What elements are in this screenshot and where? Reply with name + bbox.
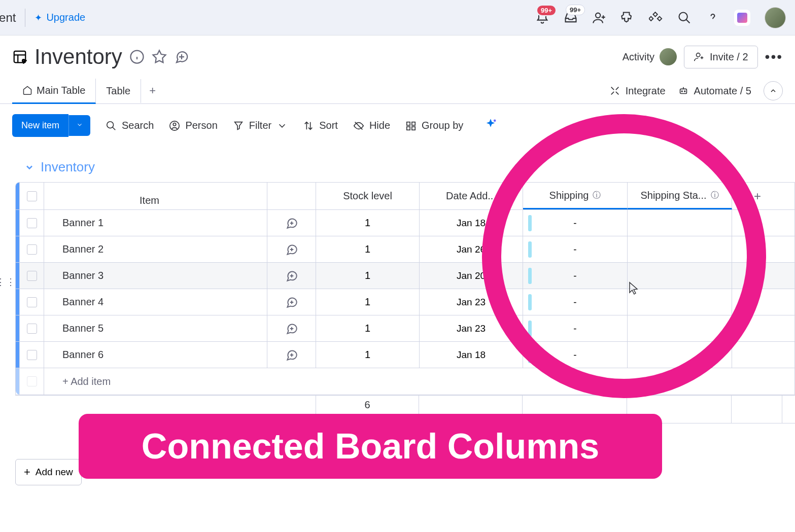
stock-cell[interactable]: 1 xyxy=(316,342,420,368)
stock-cell[interactable]: 1 xyxy=(316,289,420,315)
item-name-cell[interactable]: Banner 2 xyxy=(44,236,267,262)
add-update-icon[interactable] xyxy=(267,263,316,289)
shipping-status-cell[interactable] xyxy=(628,263,732,289)
shipping-status-cell[interactable] xyxy=(628,289,732,315)
item-name-cell[interactable]: Banner 5 xyxy=(44,315,267,341)
info-icon: ⓘ xyxy=(593,190,601,201)
person-label: Person xyxy=(185,120,217,131)
ai-icon[interactable] xyxy=(483,118,498,134)
activity-button[interactable]: Activity xyxy=(623,48,677,65)
group-title[interactable]: Inventory xyxy=(41,159,95,175)
date-cell[interactable]: Jan 20 xyxy=(420,263,523,289)
sparkle-icon: ✦ xyxy=(34,12,42,23)
row-checkbox[interactable] xyxy=(20,289,44,315)
apps-icon[interactable] xyxy=(620,11,635,25)
date-cell[interactable]: Jan 18 xyxy=(420,342,523,368)
new-item-dropdown[interactable] xyxy=(68,115,90,136)
integrate-button[interactable]: Integrate xyxy=(609,85,666,97)
item-name-cell[interactable]: Banner 3 xyxy=(44,263,267,289)
svg-point-11 xyxy=(174,123,177,126)
column-header-item[interactable]: Item xyxy=(44,183,267,209)
invite-button[interactable]: Invite / 2 xyxy=(684,46,758,68)
tab-main-table[interactable]: Main Table xyxy=(12,79,96,104)
group-color-bar xyxy=(16,183,20,209)
row-checkbox[interactable] xyxy=(20,236,44,262)
activity-label: Activity xyxy=(623,51,654,63)
shipping-cell[interactable]: - xyxy=(523,342,628,368)
notifications-icon[interactable]: 99+ xyxy=(535,11,549,25)
hide-button[interactable]: Hide xyxy=(353,120,390,131)
date-cell[interactable]: Jan 26 xyxy=(420,236,523,262)
stock-cell[interactable]: 1 xyxy=(316,263,420,289)
table-row: Banner 1 1 Jan 18 - xyxy=(16,210,794,236)
shipping-status-cell[interactable] xyxy=(628,236,732,262)
group-header[interactable]: Inventory xyxy=(0,147,795,182)
shipping-status-cell[interactable] xyxy=(628,342,732,368)
filter-button[interactable]: Filter xyxy=(233,120,288,131)
column-header-shipping[interactable]: Shipping ⓘ xyxy=(523,183,628,209)
row-menu-icon[interactable]: ⋮⋮ xyxy=(0,276,16,288)
more-options-icon[interactable]: ••• xyxy=(765,49,783,65)
info-icon[interactable] xyxy=(129,49,145,64)
column-header-updates[interactable] xyxy=(267,183,316,209)
person-filter-button[interactable]: Person xyxy=(169,120,217,131)
add-view-button[interactable]: + xyxy=(141,78,164,103)
group-by-button[interactable]: Group by xyxy=(405,120,463,131)
stock-cell[interactable]: 1 xyxy=(316,315,420,341)
column-header-date[interactable]: Date Add... xyxy=(420,183,523,209)
column-header-shipping-status[interactable]: Shipping Sta... ⓘ xyxy=(628,183,732,209)
new-item-button[interactable]: New item xyxy=(12,114,68,137)
stock-cell[interactable]: 1 xyxy=(316,210,420,236)
select-all-cell[interactable] xyxy=(20,183,44,209)
column-header-stock[interactable]: Stock level xyxy=(316,183,420,209)
add-update-icon[interactable] xyxy=(267,236,316,262)
add-column-button[interactable]: + xyxy=(732,183,783,209)
row-checkbox[interactable] xyxy=(20,342,44,368)
row-checkbox[interactable] xyxy=(20,315,44,341)
shipping-cell[interactable]: - xyxy=(523,289,628,315)
item-name-cell[interactable]: Banner 1 xyxy=(44,210,267,236)
date-cell[interactable]: Jan 18 xyxy=(420,210,523,236)
favorite-icon[interactable] xyxy=(152,49,167,64)
search-button[interactable]: Search xyxy=(106,120,154,131)
item-name-cell[interactable]: Banner 4 xyxy=(44,289,267,315)
robot-icon xyxy=(678,85,689,96)
start-conversation-icon[interactable] xyxy=(174,49,189,64)
stock-cell[interactable]: 1 xyxy=(316,236,420,262)
product-switcher[interactable] xyxy=(734,10,750,26)
add-update-icon[interactable] xyxy=(267,315,316,341)
date-cell[interactable]: Jan 23 xyxy=(420,289,523,315)
inbox-icon[interactable]: 99+ xyxy=(564,11,578,25)
tab-table[interactable]: Table xyxy=(96,79,141,103)
workspaces-icon[interactable] xyxy=(649,11,663,25)
add-new-group-button[interactable]: + Add new xyxy=(15,459,82,485)
row-checkbox[interactable] xyxy=(20,210,44,236)
invite-members-icon[interactable] xyxy=(592,11,606,25)
help-icon[interactable] xyxy=(706,11,720,25)
shipping-cell[interactable]: - xyxy=(523,263,628,289)
user-avatar[interactable] xyxy=(765,7,786,28)
date-cell[interactable]: Jan 23 xyxy=(420,315,523,341)
add-update-icon[interactable] xyxy=(267,342,316,368)
shipping-status-cell[interactable] xyxy=(628,315,732,341)
sort-button[interactable]: Sort xyxy=(303,120,338,131)
add-update-icon[interactable] xyxy=(267,289,316,315)
group-label: Group by xyxy=(422,120,463,131)
add-update-icon[interactable] xyxy=(267,210,316,236)
table-row: Banner 3 1 Jan 20 - xyxy=(16,263,794,289)
add-item-text[interactable]: + Add item xyxy=(44,368,267,395)
shipping-cell[interactable]: - xyxy=(523,315,628,341)
board-title[interactable]: Inventory xyxy=(34,45,122,69)
shipping-cell[interactable]: - xyxy=(523,236,628,262)
add-item-row[interactable]: + Add item xyxy=(16,368,794,395)
shipping-cell[interactable]: - xyxy=(523,210,628,236)
automate-button[interactable]: Automate / 5 xyxy=(678,85,751,97)
product-name-truncated: agement xyxy=(0,11,16,25)
upgrade-button[interactable]: ✦ Upgrade xyxy=(34,12,85,23)
search-icon[interactable] xyxy=(677,11,692,25)
collapse-header-button[interactable] xyxy=(764,81,783,100)
row-checkbox[interactable] xyxy=(20,263,44,289)
item-name-cell[interactable]: Banner 6 xyxy=(44,342,267,368)
shipping-status-cell[interactable] xyxy=(628,210,732,236)
annotation-banner: Connected Board Columns xyxy=(79,414,662,479)
